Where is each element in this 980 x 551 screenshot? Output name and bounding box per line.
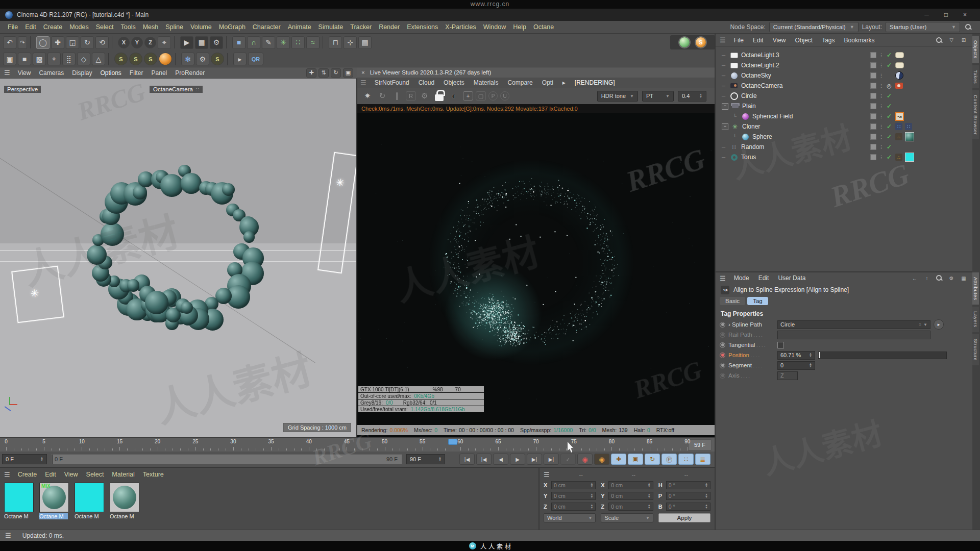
layer-chip[interactable] [870,93,876,99]
layer-chip[interactable] [870,83,876,89]
sound-icon[interactable]: S [211,53,224,65]
menu-item-rendering[interactable]: [RENDERING] [571,79,619,87]
stepper-icon[interactable]: ▲▼ [699,93,702,98]
object-name[interactable]: Spherical Field [752,113,793,120]
object-row[interactable]: └Sphere⋮✓∴ [716,132,972,142]
scale-icon[interactable]: ◲ [66,36,79,49]
viewport-pan-icon[interactable]: ✚ [306,68,316,78]
pick-focus-icon[interactable]: P [488,91,498,101]
menu-item-window[interactable]: Window [480,22,509,32]
make-editable-icon[interactable]: ▣ [3,53,16,65]
play-button[interactable]: ▶ [510,454,525,465]
menu-item-display[interactable]: Display [68,68,95,78]
menu-item-select[interactable]: Select [92,22,117,32]
menu-item-prorender[interactable]: ProRender [172,68,208,78]
axis-mode-icon[interactable]: ⌖ [47,53,61,65]
sky-tag-icon[interactable] [895,71,903,80]
tracer-icon[interactable]: ≈ [306,36,320,49]
menu-item-cloud[interactable]: Cloud [414,79,438,87]
snap-icon[interactable]: ⊹ [344,36,357,49]
hamburger-icon[interactable]: ☰ [720,274,726,282]
menu-item-x-particles[interactable]: X-Particles [442,22,479,32]
perspective-viewport[interactable]: ☰ ViewCamerasDisplayOptionsFilterPanelPr… [0,67,357,437]
segment-field[interactable]: 0 ▲▼ [777,361,815,370]
menu-item-file[interactable]: File [730,36,748,45]
menu-item-texture[interactable]: Texture [139,470,167,479]
add-cube-icon[interactable]: ■ [232,36,246,49]
object-row[interactable]: ─Torus⋮✓∴ [716,152,972,162]
menu-item-panel[interactable]: Panel [148,68,171,78]
object-name[interactable]: OctaneLight.2 [741,62,779,69]
menu-item-object[interactable]: Object [791,36,817,45]
menu-item-help[interactable]: Help [509,22,530,32]
mg1-tag-icon[interactable]: ∷ [895,123,902,130]
menu-item-extensions[interactable]: Extensions [403,22,442,32]
add-render-pass-icon[interactable]: + [463,91,473,101]
viewport-toggle-icon[interactable]: ▣ [343,68,353,78]
om-search-icon[interactable] [935,36,944,44]
snap-s2-icon[interactable]: S [129,53,142,65]
position-field[interactable]: 60.71 % ▲▼ [777,351,815,360]
timeline-playhead[interactable] [448,439,457,445]
maximize-button[interactable]: □ [944,11,948,18]
camera-target-icon[interactable]: ◎ [886,83,893,89]
tangential-checkbox[interactable] [777,342,784,348]
lv-settings-icon[interactable]: ⚙ [419,90,431,103]
object-row[interactable]: ─OctaneSky⋮ [716,70,972,81]
tab-basic[interactable]: Basic [720,297,745,305]
textt-tag-icon[interactable] [905,132,914,141]
menu-item-tools[interactable]: Tools [117,22,139,32]
visibility-dots-icon[interactable]: ⋮ [879,93,883,98]
visibility-dots-icon[interactable]: ⋮ [879,134,883,139]
next-frame-button[interactable]: ▶| [527,454,542,465]
menu-item-opti[interactable]: Opti [538,79,557,87]
record-button[interactable]: ◉ [577,454,593,465]
menu-item-character[interactable]: Character [249,22,284,32]
pick-icon[interactable]: ▸ [233,53,247,65]
restart-render-icon[interactable]: ↻ [376,90,388,103]
light-tag-icon[interactable] [895,52,904,58]
camera-tag-icon[interactable] [895,83,903,89]
align-tag-icon[interactable]: ↝ [895,112,904,121]
z-axis-lock-button[interactable]: Z [144,37,156,48]
area-light-gizmo[interactable]: ✳ [11,266,64,323]
send-picture-viewer-icon[interactable]: ▢ [476,91,486,101]
render-picture-viewer-icon[interactable]: ▦ [195,36,208,49]
object-row[interactable]: −Plain⋮✓ [716,101,972,111]
hamburger-icon[interactable]: ☰ [4,69,10,77]
object-name[interactable]: OctaneLight.3 [741,52,779,59]
object-name[interactable]: Circle [741,92,757,99]
tab-content-browser[interactable]: Content Browser [972,90,979,139]
object-row[interactable]: ─∷Random⋮✓ [716,142,972,152]
prev-frame-button[interactable]: ◀ [493,454,508,465]
points-mode-icon[interactable]: ⣿ [62,53,76,65]
am-back-icon[interactable]: ← [910,274,919,282]
om-add-layer-icon[interactable]: ⊞ [959,36,968,44]
pick-object-button[interactable]: ▸ [934,319,944,330]
menu-item-simulate[interactable]: Simulate [315,22,347,32]
qr-button[interactable]: QR [248,53,263,65]
expand-toggle-icon[interactable]: − [722,103,728,110]
menu-item-select[interactable]: Select [83,470,108,479]
visibility-dots-icon[interactable]: ⋮ [879,124,883,129]
hamburger-icon[interactable]: ☰ [360,79,366,87]
octane-settings-button[interactable]: S [696,37,706,47]
menu-item-mesh[interactable]: Mesh [139,22,162,32]
tab-takes[interactable]: Takes [972,65,979,88]
undo-icon[interactable]: ↶ [3,36,16,49]
menu-item-mode[interactable]: Mode [730,273,753,283]
enabled-check-icon[interactable]: ✓ [886,52,893,59]
object-row[interactable]: ─Circle⋮✓ [716,91,972,101]
scale-select[interactable]: Scale▼ [601,513,653,522]
record-position-toggle[interactable]: ✚ [611,454,626,465]
texture-mode-icon[interactable]: ▩ [33,53,46,65]
am-search-icon[interactable] [935,274,944,282]
menu-item-view[interactable]: View [769,36,790,45]
record-pla-toggle[interactable]: ∷ [678,454,694,465]
render-view-icon[interactable]: ▶ [180,36,193,49]
object-name[interactable]: Plain [742,103,756,110]
keyframe-dot-icon[interactable] [720,363,725,368]
hamburger-icon[interactable]: ☰ [4,471,10,479]
enabled-check-icon[interactable]: ✓ [886,143,893,151]
enabled-check-icon[interactable]: ✓ [886,154,893,161]
